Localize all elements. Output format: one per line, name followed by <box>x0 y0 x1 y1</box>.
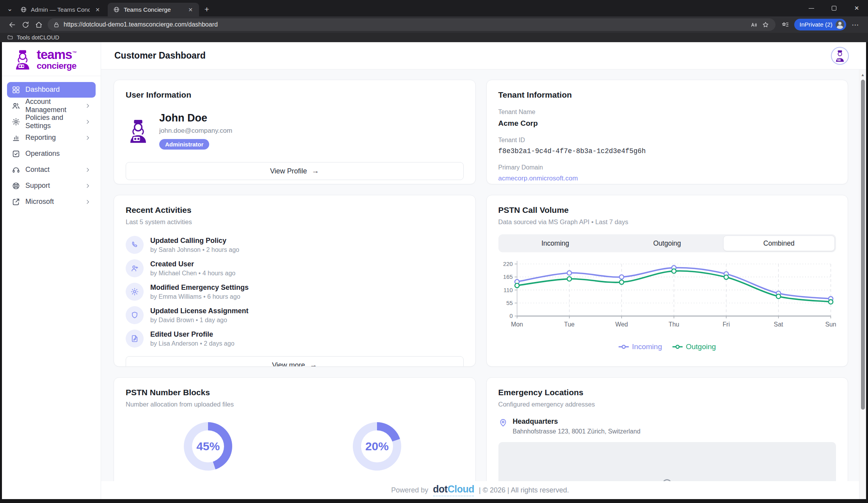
sidebar-item-label: Dashboard <box>25 86 91 94</box>
minimize-button[interactable] <box>800 0 823 16</box>
tab-close-icon[interactable]: ✕ <box>187 6 194 14</box>
scrollbar-thumb[interactable] <box>861 80 865 410</box>
sidebar-item-microsoft[interactable]: Microsoft <box>7 194 96 210</box>
user-summary: John Doe john.doe@company.com Administra… <box>126 112 464 150</box>
activity-item: Updated License Assignment by David Brow… <box>126 306 464 324</box>
home-button[interactable] <box>32 19 45 30</box>
file-edit-icon <box>126 330 144 348</box>
sidebar-item-label: Reporting <box>25 134 80 142</box>
logo-wordmark: teams™ concierge <box>37 48 76 71</box>
scrollbar-up-icon[interactable]: ▲ <box>859 73 866 77</box>
concierge-avatar-icon <box>834 50 846 62</box>
browser-titlebar: ⌄ Admin — Teams Concierge ✕ Teams Concie… <box>0 0 868 16</box>
tab-title: Teams Concierge <box>124 6 183 13</box>
activity-item: Updated Calling Policy by Sarah Johnson … <box>126 236 464 254</box>
svg-text:0: 0 <box>509 312 512 319</box>
activity-item: Created User by Michael Chen • 4 hours a… <box>126 259 464 277</box>
activity-text: Updated Calling Policy by Sarah Johnson … <box>150 237 239 253</box>
favorites-folder-label[interactable]: Tools dotCLOUD <box>17 34 59 41</box>
copyright-text: | © 2026 | All rights reserved. <box>479 486 569 494</box>
field-value: Acme Corp <box>498 119 836 128</box>
sidebar-item-reporting[interactable]: Reporting <box>7 130 96 146</box>
browser-tab-admin[interactable]: Admin — Teams Concierge ✕ <box>15 3 106 16</box>
chart-tab-group: IncomingOutgoingCombined <box>498 234 836 252</box>
view-profile-label: View Profile <box>270 167 307 175</box>
svg-text:220: 220 <box>503 260 512 267</box>
sidebar-item-contact[interactable]: Contact <box>7 162 96 178</box>
content-scrollbar[interactable]: ▲ <box>859 70 866 499</box>
refresh-button[interactable] <box>19 19 32 30</box>
chart-tab-outgoing[interactable]: Outgoing <box>611 235 723 251</box>
sidebar-item-label: Policies and Settings <box>25 114 80 130</box>
page-title: Customer Dashboard <box>114 50 206 61</box>
tab-close-icon[interactable]: ✕ <box>94 6 101 14</box>
new-tab-button[interactable]: + <box>201 4 212 15</box>
donut-chart: 20% <box>353 422 401 471</box>
user-email: john.doe@company.com <box>159 127 232 135</box>
maximize-button[interactable] <box>823 0 845 16</box>
svg-text:Wed: Wed <box>615 321 628 328</box>
inprivate-badge[interactable]: InPrivate (2) <box>794 19 846 30</box>
favorite-star-button[interactable] <box>760 20 772 30</box>
browser-tab-dashboard[interactable]: Teams Concierge ✕ <box>108 3 199 16</box>
sidebar-item-label: Account Management <box>25 98 80 114</box>
sidebar-item-operations[interactable]: Operations <box>7 146 96 162</box>
activity-meta: by Michael Chen • 4 hours ago <box>150 270 235 277</box>
tab-search-chevron-icon[interactable]: ⌄ <box>5 4 15 14</box>
activity-text: Modified Emergency Settings by Emma Will… <box>150 284 249 300</box>
chart-tab-combined[interactable]: Combined <box>723 235 835 251</box>
profile-avatar-icon <box>836 20 844 29</box>
chart-legend: Incoming Outgoing <box>498 342 836 351</box>
url-text[interactable]: https://dotcloud-demo1.teamsconcierge.co… <box>64 21 748 28</box>
browser-menu-button[interactable]: ⋯ <box>848 20 863 29</box>
view-more-button[interactable]: View more → <box>126 356 464 367</box>
page-header: Customer Dashboard <box>101 42 866 70</box>
card-recent-activities: Recent Activities Last 5 system activiti… <box>114 195 476 367</box>
sidebar-item-dashboard[interactable]: Dashboard <box>7 82 96 98</box>
card-title: PSTN Number Blocks <box>126 388 464 397</box>
tab-title: Admin — Teams Concierge <box>31 6 90 13</box>
activity-title: Updated License Assignment <box>150 307 248 315</box>
legend-item-incoming[interactable]: Incoming <box>618 342 662 351</box>
address-bar[interactable]: https://dotcloud-demo1.teamsconcierge.co… <box>48 18 776 31</box>
arrow-right-icon: → <box>310 361 317 367</box>
view-profile-button[interactable]: View Profile → <box>126 162 464 180</box>
svg-text:55: 55 <box>506 300 513 306</box>
activity-item: Edited User Profile by Lisa Anderson • 2… <box>126 330 464 348</box>
app-logo[interactable]: teams™ concierge <box>2 42 101 76</box>
page: teams™ concierge DashboardAccount Manage… <box>2 42 866 499</box>
favorites-list-button[interactable] <box>779 19 792 30</box>
sidebar-item-support[interactable]: Support <box>7 178 96 194</box>
window-controls: ✕ <box>800 0 868 16</box>
lock-icon <box>53 21 60 28</box>
close-button[interactable]: ✕ <box>845 0 868 16</box>
svg-text:110: 110 <box>503 287 513 293</box>
chart-tab-incoming[interactable]: Incoming <box>500 235 612 251</box>
powered-by-label: Powered by <box>391 486 428 494</box>
back-button[interactable] <box>5 19 19 30</box>
donut-percent: 45% <box>184 422 232 471</box>
tenant-field: Tenant NameAcme Corp <box>498 109 836 128</box>
chevron-right-icon <box>85 103 91 109</box>
activity-title: Updated Calling Policy <box>150 237 239 245</box>
legend-marker-icon <box>672 344 683 349</box>
sidebar-item-policies-and-settings[interactable]: Policies and Settings <box>7 114 96 130</box>
field-value[interactable]: acmecorp.onmicrosoft.com <box>498 175 836 182</box>
dotcloud-logo[interactable]: dotCloud <box>433 484 474 496</box>
read-aloud-button[interactable] <box>748 20 760 30</box>
sidebar-item-account-management[interactable]: Account Management <box>7 98 96 114</box>
sidebar: teams™ concierge DashboardAccount Manage… <box>2 42 101 499</box>
favorites-bar: Tools dotCLOUD <box>0 33 868 42</box>
donut-zurich_hq: 45% Zurich_HQ <box>184 422 232 490</box>
location-item: Headquarters Bahnhofstrasse 123, 8001 Zü… <box>498 417 836 435</box>
phone-icon <box>130 241 139 249</box>
activity-meta: by Sarah Johnson • 2 hours ago <box>150 246 239 253</box>
maximize-icon <box>832 6 836 11</box>
activity-title: Modified Emergency Settings <box>150 284 249 292</box>
legend-item-outgoing[interactable]: Outgoing <box>672 342 716 351</box>
globe-icon <box>20 6 27 13</box>
location-name: Headquarters <box>513 417 640 426</box>
refresh-icon <box>21 21 30 29</box>
page-footer: Powered by dotCloud | © 2026 | All right… <box>101 481 859 499</box>
user-avatar-button[interactable] <box>831 47 849 65</box>
